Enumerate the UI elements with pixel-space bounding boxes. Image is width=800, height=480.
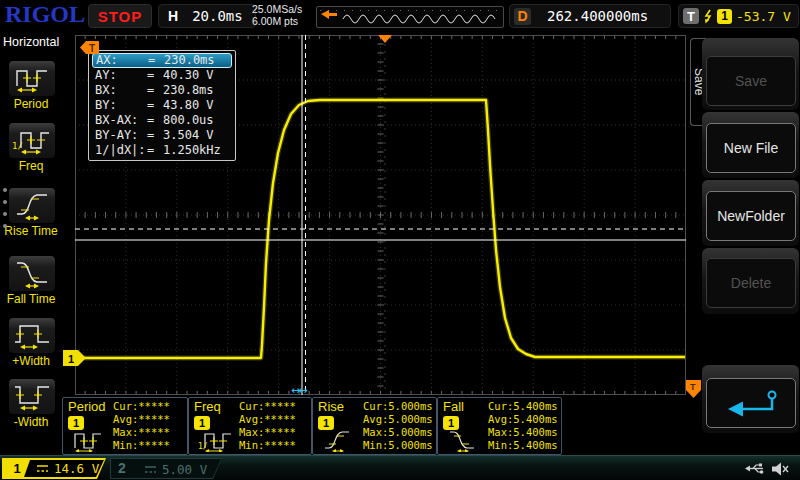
trigger-position-arrow-icon [321, 10, 337, 19]
left-menu-title: Horizontal [3, 35, 59, 49]
period-icon [9, 61, 55, 96]
minus-width-icon [9, 379, 55, 414]
cursor-row-inv-dx[interactable]: 1/|dX|: = 1.250kHz [92, 143, 232, 158]
cursor-row-by[interactable]: BY: = 43.80 V [92, 98, 232, 113]
new-folder-button[interactable]: NewFolder [706, 191, 796, 241]
trigger-left-marker-icon: T [80, 41, 99, 54]
sample-rate: 25.0MSa/s [252, 3, 302, 15]
cursor-drag-indicator[interactable]: ↔↔ [291, 384, 305, 397]
delete-button[interactable]: Delete [706, 258, 796, 308]
rise-icon [321, 428, 359, 452]
run-state-indicator[interactable]: STOP [88, 4, 152, 28]
oscilloscope-screen: RIGOL STOP H 20.0ms 25.0MSa/s 6.00M pts … [0, 0, 800, 480]
memory-depth: 6.00M pts [252, 15, 302, 27]
trigger-readout-box[interactable]: T 1 -53.7 V [678, 4, 799, 28]
menu-item-fall-time[interactable]: Fall Time [0, 255, 62, 315]
svg-text:T: T [89, 43, 95, 54]
horizontal-timebase-box[interactable]: H 20.0ms [158, 4, 256, 28]
trigger-level-offscreen-marker-icon: T [686, 380, 701, 398]
trigger-source-badge: 1 [717, 9, 732, 24]
channel1-ground-marker-icon[interactable]: 1 [63, 350, 86, 366]
horizontal-measure-menu: Horizontal Period 1/ Freq [0, 30, 62, 455]
menu-item-plus-width[interactable]: +Width [0, 317, 62, 377]
channel2-badge[interactable]: 2 5.00 V [110, 458, 222, 479]
waveform-preview-icon [317, 7, 501, 25]
save-menu: Save Save New File NewFolder Delete [690, 30, 800, 455]
speaker-muted-icon [770, 461, 790, 477]
svg-text:1: 1 [68, 353, 74, 365]
acquisition-info: 25.0MSa/s 6.00M pts [252, 3, 302, 27]
channel-status-bar: 1 14.6 V 2 5.00 V [0, 455, 800, 480]
fall-icon [446, 428, 484, 452]
cursor-row-ay[interactable]: AY: = 40.30 V [92, 68, 232, 83]
menu-slot: NewFolder [702, 180, 799, 246]
cursor-row-bx-ax[interactable]: BX-AX: = 800.0us [92, 113, 232, 128]
timebase-value: 20.0ms [192, 8, 243, 24]
menu-slot: Delete [702, 248, 799, 314]
channel1-badge[interactable]: 1 14.6 V [2, 458, 106, 479]
menu-slot: Save [702, 38, 799, 110]
new-file-button[interactable]: New File [706, 123, 796, 173]
menu-item-rise-time[interactable]: Rise Time [0, 187, 62, 247]
save-button[interactable]: Save [706, 56, 796, 106]
delay-readout-box[interactable]: D 262.400000ms [509, 4, 671, 28]
channel2-number: 2 [118, 460, 126, 476]
cursor-row-ax[interactable]: AX: = 230.0ms [92, 53, 232, 68]
measurement-box-freq[interactable]: Freq 1 1/ Cur:***** Avg:***** Max:***** … [188, 397, 312, 455]
trigger-slope-icon [703, 9, 713, 24]
channel1-scale: 14.6 V [54, 461, 99, 476]
cursor-row-by-ay[interactable]: BY-AY: = 3.504 V [92, 128, 232, 143]
usb-icon [744, 461, 766, 476]
fall-time-icon [9, 256, 55, 291]
freq-icon: 1/ [197, 428, 235, 452]
trigger-position-value: 262.400000ms [547, 8, 648, 24]
menu-item-freq[interactable]: 1/ Freq [0, 122, 62, 182]
measurement-box-rise[interactable]: Rise 1 Cur:5.000ms Avg:5.000ms Max:5.000… [312, 397, 437, 455]
menu-item-minus-width[interactable]: -Width [0, 378, 62, 438]
dc-coupling-icon [36, 464, 49, 474]
return-arrow-icon [716, 386, 786, 420]
channel2-scale: 5.00 V [162, 462, 207, 477]
top-status-bar: RIGOL STOP H 20.0ms 25.0MSa/s 6.00M pts … [0, 0, 800, 30]
dc-coupling-icon [144, 465, 157, 475]
svg-text:1/: 1/ [198, 442, 208, 451]
measurement-box-fall[interactable]: Fall 1 Cur:5.400ms Avg:5.400ms Max:5.400… [437, 397, 562, 455]
waveform-preview[interactable] [316, 6, 504, 28]
rise-time-icon [9, 188, 55, 223]
plus-width-icon [9, 318, 55, 353]
measurement-box-period[interactable]: Period 1 Cur:***** Avg:***** Max:***** M… [62, 397, 188, 455]
svg-text:1/: 1/ [12, 141, 23, 151]
menu-slot [702, 365, 799, 433]
h-label: H [168, 8, 178, 24]
d-label: D [514, 8, 531, 25]
freq-icon: 1/ [9, 123, 55, 158]
t-label: T [683, 8, 699, 24]
cursor-measurement-panel: AX: = 230.0ms AY: = 40.30 V BX: = 230.8m… [88, 50, 236, 161]
menu-item-period[interactable]: Period [0, 60, 62, 120]
back-button[interactable] [706, 378, 796, 428]
cursor-row-bx[interactable]: BX: = 230.8ms [92, 83, 232, 98]
trigger-level-value: -53.7 V [736, 9, 791, 24]
menu-slot: New File [702, 112, 799, 178]
svg-text:T: T [690, 382, 696, 392]
period-icon [71, 428, 109, 452]
rigol-logo: RIGOL [5, 1, 85, 28]
